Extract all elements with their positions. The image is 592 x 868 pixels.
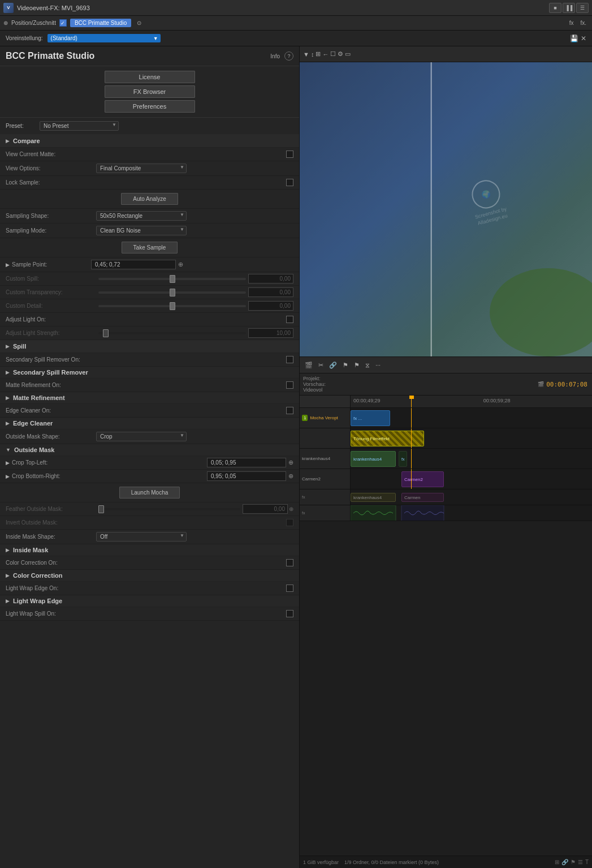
crop-top-left-crosshair-icon[interactable]: ⊕ (288, 459, 293, 466)
audio-clip-2[interactable]: Carmen (401, 493, 444, 502)
crop-bottom-right-input[interactable] (207, 471, 286, 481)
custom-detail-thumb[interactable] (170, 302, 175, 310)
custom-detail-track[interactable] (98, 305, 246, 307)
edge-cleaner-on-check[interactable] (286, 407, 293, 414)
preset-select[interactable]: (Standard) (47, 34, 161, 42)
sample-point-input[interactable] (91, 260, 176, 269)
sample-point-crosshair-icon[interactable]: ⊕ (178, 261, 183, 268)
bcc-help-btn[interactable]: ? (284, 51, 293, 61)
fx2-btn[interactable]: fx. (578, 19, 589, 27)
matte-refinement-on-check[interactable] (286, 381, 293, 389)
preview-tb-icon7[interactable]: ▭ (345, 50, 351, 58)
project-info: Projekt: Vorschau: Videovol (300, 373, 533, 395)
crop-bottom-right-triangle-icon[interactable]: ▶ (6, 474, 10, 479)
crop-bottom-right-crosshair-icon[interactable]: ⊕ (288, 472, 293, 480)
inner-preset-row: Preset: No Preset ▼ (0, 118, 299, 135)
timeline-ruler[interactable]: 00:00;49;29 00:00;59;28 (351, 396, 592, 407)
preview-tb-icon2[interactable]: ↕ (311, 51, 314, 58)
custom-spill-thumb[interactable] (170, 275, 175, 283)
adjust-light-strength-value: 10,00 (248, 328, 293, 338)
clip-3[interactable]: krankenhaus4 (351, 451, 396, 467)
status-icon3[interactable]: ⚑ (571, 859, 576, 865)
audio-clip-1[interactable]: krankenhaus4 (351, 493, 396, 502)
crop-top-left-triangle-icon[interactable]: ▶ (6, 460, 10, 466)
edge-cleaner-section-header[interactable]: ▶ Edge Cleaner (0, 418, 299, 429)
status-icon2[interactable]: 🔗 (561, 859, 568, 865)
inside-mask-shape-select[interactable]: Off (96, 532, 187, 542)
lock-sample-check[interactable] (286, 179, 293, 186)
status-icon5[interactable]: T (585, 859, 589, 865)
timeline-icon2[interactable]: ✂ (317, 360, 325, 370)
view-options-select[interactable]: Final Composite (96, 164, 187, 173)
status-icon4[interactable]: ☰ (578, 859, 583, 865)
timeline-icon4[interactable]: ⚑ (341, 360, 350, 370)
light-wrap-edge-on-check[interactable] (286, 585, 293, 592)
menu-btn[interactable]: ☰ (576, 3, 589, 13)
plugin-checkbox[interactable]: ✓ (59, 19, 67, 27)
inner-preset-select[interactable]: No Preset (40, 121, 119, 131)
take-sample-row: Take Sample (0, 238, 299, 257)
timeline-icon1[interactable]: 🎬 (303, 360, 314, 370)
save-preset-icon[interactable]: 💾 (570, 35, 578, 42)
track-content-4[interactable]: Carmen2 (351, 469, 592, 489)
spill-section-header[interactable]: ▶ Spill (0, 340, 299, 353)
secondary-spill-section-header[interactable]: ▶ Secondary Spill Remover (0, 367, 299, 379)
custom-spill-track[interactable] (98, 278, 246, 280)
track-content-1[interactable]: fx ... (351, 408, 592, 428)
launch-mocha-btn[interactable]: Launch Mocha (119, 487, 180, 499)
clip-3b[interactable]: fx (399, 451, 407, 467)
status-icon1[interactable]: ⊞ (555, 859, 559, 865)
compare-section-header[interactable]: ▶ Compare (0, 135, 299, 148)
track-content-2[interactable]: Tönung Filmeffekt (351, 428, 592, 448)
clip-2[interactable]: Tönung Filmeffekt (351, 431, 424, 446)
playhead[interactable] (411, 396, 412, 407)
inside-mask-section-header[interactable]: ▶ Inside Mask (0, 544, 299, 556)
outside-mask-shape-select[interactable]: Crop (96, 432, 187, 441)
preferences-btn[interactable]: Preferences (105, 100, 195, 113)
pause-btn[interactable]: ▐▐ (563, 3, 575, 13)
fx-browser-btn[interactable]: FX Browser (105, 85, 195, 98)
clip-1-fx[interactable]: fx ... (351, 410, 390, 426)
take-sample-btn[interactable]: Take Sample (122, 242, 178, 253)
light-wrap-edge-section-header[interactable]: ▶ Light Wrap Edge (0, 595, 299, 607)
track-content-audio2[interactable] (351, 505, 592, 521)
view-current-matte-check[interactable] (286, 151, 293, 158)
close-preset-icon[interactable]: ✕ (581, 35, 586, 42)
secondary-spill-on-check[interactable] (286, 356, 293, 363)
preview-tb-icon1[interactable]: ▼ (303, 51, 309, 58)
bcc-info-btn[interactable]: Info (270, 53, 280, 59)
waveform-svg (351, 505, 447, 521)
feather-outside-value: 0,00 (243, 504, 288, 514)
video-placeholder: 🌍 Screenshot byAlladesign.eu (300, 62, 592, 356)
clip-4[interactable]: Carmen2 (401, 471, 444, 487)
track-content-3[interactable]: krankenhaus4 fx (351, 449, 592, 469)
timeline-icon3[interactable]: 🔗 (327, 360, 339, 370)
track-content-audio1[interactable]: krankenhaus4 Carmen (351, 489, 592, 505)
preview-tb-icon6[interactable]: ⚙ (338, 50, 343, 58)
custom-transparency-thumb[interactable] (170, 289, 175, 297)
color-correction-section-header[interactable]: ▶ Color Correction (0, 570, 299, 582)
preview-tb-icon4[interactable]: ← (322, 51, 329, 58)
license-btn[interactable]: License (105, 71, 195, 83)
sampling-shape-select[interactable]: 50x50 Rectangle (96, 211, 187, 221)
crop-top-left-input[interactable] (207, 458, 286, 467)
preview-tb-icon3[interactable]: ⊞ (316, 50, 321, 58)
color-correction-on-check[interactable] (286, 559, 293, 566)
custom-transparency-track[interactable] (98, 291, 246, 294)
sampling-mode-select[interactable]: Clean BG Noise (96, 226, 187, 235)
adjust-light-on-check[interactable] (286, 316, 293, 323)
timeline-icon5[interactable]: ⚑ (352, 360, 361, 370)
timeline-icon6[interactable]: ⧖ (364, 360, 371, 370)
sample-point-triangle-icon[interactable]: ▶ (6, 262, 10, 268)
minimize-btn[interactable]: ■ (549, 3, 561, 13)
timeline-more[interactable]: ··· (374, 360, 382, 369)
outside-mask-section-header[interactable]: ▼ Outside Mask (0, 444, 299, 456)
auto-analyze-btn[interactable]: Auto Analyze (121, 193, 178, 205)
plugin-name-btn[interactable]: BCC Primatte Studio (70, 19, 131, 27)
light-wrap-spill-on-check[interactable] (286, 610, 293, 617)
matte-refinement-section-header[interactable]: ▶ Matte Refinement (0, 392, 299, 404)
feather-outside-icon[interactable]: ⊕ (289, 506, 293, 512)
fx1-btn[interactable]: fx (567, 19, 576, 27)
light-wrap-edge-section-title: Light Wrap Edge (13, 598, 62, 604)
preview-tb-icon5[interactable]: ☐ (330, 50, 336, 58)
